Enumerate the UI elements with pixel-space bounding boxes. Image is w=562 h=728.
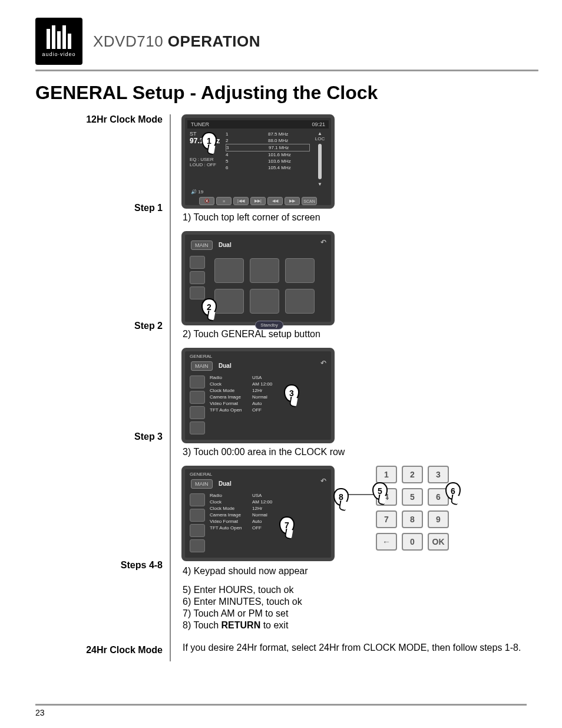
side-icon[interactable] — [190, 406, 205, 419]
btn-ff-icon[interactable]: ▶▶ — [285, 197, 300, 205]
setting-row[interactable]: Video FormatAuto — [210, 518, 329, 525]
preset-row[interactable]: 288.0 MHz — [226, 137, 310, 144]
logo-bars-icon — [47, 25, 71, 49]
header-operation: OPERATION — [168, 32, 260, 50]
preset-row[interactable]: 6105.4 MHz — [226, 164, 310, 171]
setting-row[interactable]: RadioUSA — [210, 492, 329, 499]
page-header: audio·video XDVD710 OPERATION — [35, 18, 538, 65]
general-top: MAIN Dual ↶ — [187, 477, 329, 491]
preset-row[interactable]: 397.1 MHz — [226, 144, 310, 151]
header-divider — [35, 70, 538, 71]
setting-row[interactable]: TFT Auto OpenOFF — [210, 407, 329, 413]
keypad-key[interactable]: 1 — [376, 466, 397, 483]
keypad-key[interactable]: 3 — [428, 466, 449, 483]
keypad-key[interactable]: 0 — [402, 533, 423, 551]
setting-row[interactable]: Video FormatAuto — [210, 400, 329, 407]
menu-item[interactable] — [250, 289, 279, 314]
tuner-bottom-bar: 🔇 ≡ |◀◀ ▶▶| ◀◀ ▶▶ SCAN — [187, 195, 329, 205]
callout-6: 6 — [445, 482, 461, 500]
main-button[interactable]: MAIN — [191, 479, 213, 489]
tuner-time: 09:21 — [312, 121, 325, 127]
side-icon[interactable] — [190, 539, 205, 552]
side-icon[interactable] — [190, 256, 205, 269]
btn-next-icon[interactable]: ▶▶| — [250, 197, 266, 205]
tuner-scrollbar[interactable] — [318, 144, 322, 179]
tuner-title: TUNER — [191, 121, 209, 127]
tuner-vol-row: 🔊 19 — [187, 189, 329, 195]
keypad-ok[interactable]: OK — [428, 533, 449, 551]
keypad-key[interactable]: 2 — [402, 466, 423, 483]
caption-step5: 5) Enter HOURS, touch ok — [183, 585, 538, 595]
brand-label: Dual — [215, 361, 235, 370]
side-icon[interactable] — [190, 524, 205, 537]
mainmenu-top: MAIN Dual ↶ — [187, 237, 329, 253]
preset-row[interactable]: 5103.6 MHz — [226, 158, 310, 164]
screenshot-mainmenu: MAIN Dual ↶ — [181, 231, 335, 325]
caption-step3: 3) Touch 00:00 area in the CLOCK row — [183, 447, 538, 457]
keypad-panel: 1 2 3 4 5 6 7 8 9 ← 0 OK 5 6 — [376, 466, 458, 551]
side-icon[interactable] — [190, 286, 205, 299]
menu-item[interactable] — [285, 258, 315, 283]
preset-row[interactable]: 4101.6 MHz — [226, 151, 310, 158]
setting-row[interactable]: Camera ImageNormal — [210, 512, 329, 518]
header-title: XDVD710 OPERATION — [93, 32, 260, 51]
screenshot-general-1: GENERAL MAIN Dual ↶ RadioUSA ClockAM 12:… — [181, 348, 335, 443]
keypad-key[interactable]: 8 — [402, 510, 423, 528]
general-top: MAIN Dual ↶ — [187, 359, 329, 373]
caption-step7: 7) Touch AM or PM to set — [183, 608, 538, 619]
side-icon[interactable] — [190, 509, 205, 522]
label-step3: Step 3 — [134, 431, 163, 442]
menu-item[interactable] — [250, 258, 279, 283]
menu-item[interactable] — [214, 258, 244, 283]
brand-label: Dual — [215, 479, 235, 488]
keypad-key[interactable]: 9 — [428, 510, 449, 528]
brand-label: Dual — [215, 241, 235, 249]
setting-row[interactable]: Camera ImageNormal — [210, 394, 329, 400]
btn-mute-icon[interactable]: 🔇 — [199, 197, 214, 205]
caption-step4: 4) Keypad should now appear — [183, 566, 538, 577]
keypad-key[interactable]: 7 — [376, 510, 397, 528]
label-steps48: Steps 4-8 — [121, 560, 163, 571]
setting-row[interactable]: RadioUSA — [210, 374, 329, 381]
keypad-key[interactable]: 5 — [402, 488, 423, 506]
preset-row[interactable]: 187.5 MHz — [226, 131, 310, 137]
menu-item[interactable] — [214, 289, 244, 314]
btn-rew-icon[interactable]: ◀◀ — [267, 197, 283, 205]
label-step2: Step 2 — [134, 321, 163, 331]
section-steps48: GENERAL MAIN Dual ↶ RadioUSA ClockAM 12:… — [181, 466, 538, 631]
side-icon[interactable] — [190, 493, 205, 506]
setting-row[interactable]: Clock Mode12Hr — [210, 505, 329, 512]
btn-prev-icon[interactable]: |◀◀ — [233, 197, 249, 205]
setting-row[interactable]: TFT Auto OpenOFF — [210, 525, 329, 531]
return-icon[interactable]: ↶ — [320, 359, 326, 367]
side-icon[interactable] — [190, 375, 205, 388]
setting-row-clock[interactable]: ClockAM 12:00 — [210, 499, 329, 505]
screenshot-general-2: GENERAL MAIN Dual ↶ RadioUSA ClockAM 12:… — [181, 466, 335, 561]
label-12hr-mode: 12Hr Clock Mode — [86, 114, 163, 125]
label-24hr-mode: 24Hr Clock Mode — [86, 645, 163, 655]
return-icon[interactable]: ↶ — [320, 238, 326, 246]
main-button[interactable]: MAIN — [191, 361, 213, 371]
menu-item[interactable] — [285, 289, 315, 314]
btn-scan[interactable]: SCAN — [302, 197, 317, 205]
page-title: GENERAL Setup - Adjusting the Clock — [35, 82, 538, 104]
standby-button[interactable]: Standby — [255, 321, 283, 330]
callout-3: 3 — [284, 384, 299, 402]
side-icon[interactable] — [190, 271, 205, 284]
keypad-back[interactable]: ← — [376, 533, 397, 551]
main-button[interactable]: MAIN — [191, 241, 213, 250]
page-number: 23 — [35, 704, 527, 717]
mainmenu-grid — [210, 253, 329, 318]
caption-24hr: If you desire 24Hr format, select 24Hr f… — [183, 643, 538, 653]
label-step1: Step 1 — [134, 203, 163, 213]
btn-band-icon[interactable]: ≡ — [216, 197, 232, 205]
setting-row-clock[interactable]: ClockAM 12:00 — [210, 381, 329, 387]
side-icon[interactable] — [190, 421, 205, 434]
callout-1: 1 — [201, 132, 217, 150]
setting-row[interactable]: Clock Mode12Hr — [210, 387, 329, 394]
caption-step1: 1) Touch top left corner of screen — [183, 212, 538, 223]
return-icon[interactable]: ↶ — [320, 477, 326, 485]
callout-2: 2 — [201, 298, 217, 316]
side-icon[interactable] — [190, 391, 205, 404]
tuner-loc: LOC — [313, 136, 326, 141]
